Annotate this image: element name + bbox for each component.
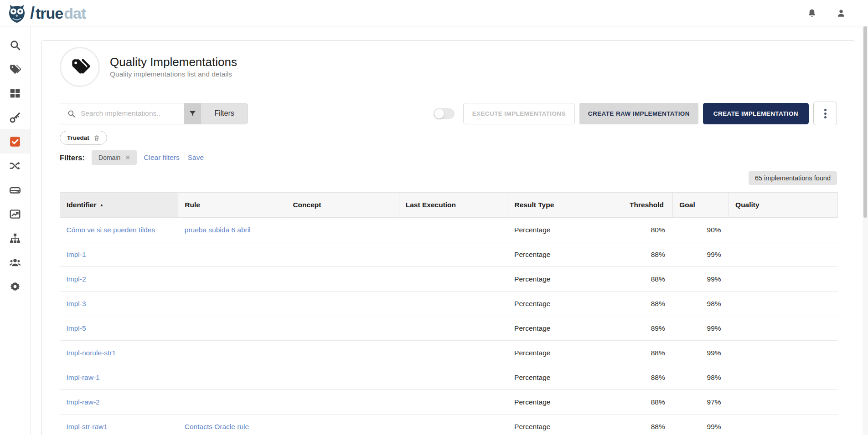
trash-icon[interactable] <box>93 135 100 141</box>
table-row: Impl-3 Percentage 88% 98% <box>60 292 838 316</box>
main-shell: Quality Implementations Quality implemen… <box>0 26 868 435</box>
quality-implementations-card: Quality Implementations Quality implemen… <box>41 40 855 435</box>
domain-chip-label: Truedat <box>67 134 89 141</box>
funnel-icon <box>188 109 197 118</box>
results-count-row: 65 implementations found <box>60 171 837 185</box>
table-row: Impl-5 Percentage 89% 99% <box>60 316 838 341</box>
toggle-knob <box>434 108 444 119</box>
kebab-icon <box>824 109 827 111</box>
identifier-link[interactable]: Impl-str-raw1 <box>67 423 108 430</box>
search-box <box>60 103 184 124</box>
table-row: Impl-raw-2 Percentage 88% 97% <box>60 390 838 415</box>
sort-asc-icon: ▲ <box>99 203 103 207</box>
rule-link[interactable]: prueba subida 6 abril <box>185 226 251 234</box>
results-count-badge: 65 implementations found <box>749 171 837 185</box>
identifier-link[interactable]: Impl-1 <box>67 251 86 258</box>
column-header-quality[interactable]: Quality <box>729 193 838 218</box>
search-input[interactable] <box>81 109 172 118</box>
column-header-threshold[interactable]: Threshold <box>623 193 673 218</box>
table-row: Cómo ve si se pueden tildes prueba subid… <box>60 218 838 242</box>
column-header-last-execution[interactable]: Last Execution <box>399 193 508 218</box>
content-area: Quality Implementations Quality implemen… <box>31 26 868 435</box>
search-icon <box>67 109 76 118</box>
scrollbar-thumb[interactable] <box>863 26 867 218</box>
server-icon <box>9 184 21 196</box>
sidebar-item-modules[interactable] <box>0 81 30 105</box>
user-menu-icon[interactable] <box>836 8 846 18</box>
identifier-link[interactable]: Impl-raw-1 <box>67 374 100 381</box>
close-icon[interactable]: ✕ <box>125 154 130 161</box>
search-icon <box>9 39 21 51</box>
implementations-table: Identifier▲ Rule Concept Last Execution … <box>60 192 838 435</box>
sidebar-item-structures[interactable] <box>0 226 30 250</box>
chart-line-icon <box>9 208 21 220</box>
sidebar-item-data-sources[interactable] <box>0 178 30 202</box>
execute-implementations-button[interactable]: EXECUTE IMPLEMENTATIONS <box>463 103 575 124</box>
page-title-block: Quality Implementations Quality implemen… <box>110 56 237 79</box>
sidebar-item-quality[interactable] <box>0 129 30 154</box>
column-header-goal[interactable]: Goal <box>673 193 729 218</box>
column-header-identifier[interactable]: Identifier▲ <box>60 193 178 218</box>
check-square-icon <box>9 136 21 148</box>
execute-toggle[interactable] <box>434 108 455 119</box>
shuffle-icon <box>9 160 21 172</box>
action-buttons: EXECUTE IMPLEMENTATIONS CREATE RAW IMPLE… <box>434 102 837 125</box>
search-group: Filters <box>60 103 248 124</box>
funnel-filter-button[interactable] <box>184 103 201 124</box>
brand-logo[interactable]: / true dat <box>6 3 86 24</box>
key-icon <box>9 112 21 123</box>
page-subtitle: Quality implementations list and details <box>110 70 237 78</box>
more-options-button[interactable] <box>813 102 837 125</box>
table-row: Impl-2 Percentage 88% 99% <box>60 267 838 292</box>
identifier-link[interactable]: Impl-2 <box>67 275 86 283</box>
table-row: Impl-1 Percentage 88% 99% <box>60 242 838 267</box>
sidebar-item-tags[interactable] <box>0 57 30 81</box>
gear-icon <box>9 281 21 292</box>
grid-icon <box>9 87 21 99</box>
table-row: Impl-str-raw1 Contacts Oracle rule Perce… <box>60 415 838 435</box>
app-root: / true dat <box>0 0 868 435</box>
domain-chip[interactable]: Truedat <box>60 131 107 145</box>
sidebar-item-lineage[interactable] <box>0 154 30 178</box>
identifier-link[interactable]: Impl-norule-str1 <box>67 349 116 357</box>
sidebar-item-permissions[interactable] <box>0 105 30 129</box>
sitemap-icon <box>9 232 21 244</box>
create-raw-implementation-button[interactable]: CREATE RAW IMPLEMENTATION <box>579 103 698 124</box>
sidebar-item-dashboards[interactable] <box>0 202 30 226</box>
column-header-concept[interactable]: Concept <box>286 193 399 218</box>
save-filters-link[interactable]: Save <box>188 154 204 162</box>
domain-chip-row: Truedat <box>60 131 837 145</box>
create-implementation-button[interactable]: CREATE IMPLEMENTATION <box>703 103 809 124</box>
sidebar <box>0 26 31 435</box>
bell-icon[interactable] <box>807 8 817 18</box>
page-title: Quality Implementations <box>110 56 237 69</box>
sidebar-item-search[interactable] <box>0 33 30 57</box>
owl-logo-icon <box>6 3 27 24</box>
rule-link[interactable]: Contacts Oracle rule <box>185 423 249 430</box>
table-header-row: Identifier▲ Rule Concept Last Execution … <box>60 193 838 218</box>
page-icon-badge <box>60 47 100 87</box>
column-header-rule[interactable]: Rule <box>178 193 286 218</box>
filter-tag-domain[interactable]: Domain ✕ <box>92 150 137 165</box>
sidebar-item-settings[interactable] <box>0 274 30 298</box>
filters-button[interactable]: Filters <box>201 103 248 124</box>
identifier-link[interactable]: Impl-raw-2 <box>67 398 100 406</box>
identifier-link[interactable]: Impl-3 <box>67 300 86 307</box>
logo-slash: / <box>30 5 34 21</box>
clear-filters-link[interactable]: Clear filters <box>144 154 179 162</box>
logo-text-secondary: dat <box>64 5 86 21</box>
filter-tag-label: Domain <box>98 154 120 161</box>
tags-icon <box>9 63 21 75</box>
identifier-link[interactable]: Cómo ve si se pueden tildes <box>67 226 155 234</box>
page-header: Quality Implementations Quality implemen… <box>60 47 837 87</box>
identifier-link[interactable]: Impl-5 <box>67 324 86 332</box>
sidebar-item-groups[interactable] <box>0 250 30 274</box>
table-row: Impl-raw-1 Percentage 88% 98% <box>60 365 838 390</box>
controls-row: Filters EXECUTE IMPLEMENTATIONS CREATE R… <box>60 102 837 125</box>
tag-icon <box>68 56 91 78</box>
users-icon <box>9 256 21 268</box>
column-header-result-type[interactable]: Result Type <box>508 193 623 218</box>
topbar-actions <box>807 8 856 18</box>
logo-text-primary: true <box>36 5 63 21</box>
active-filters-row: Filters: Domain ✕ Clear filters Save <box>60 150 837 165</box>
